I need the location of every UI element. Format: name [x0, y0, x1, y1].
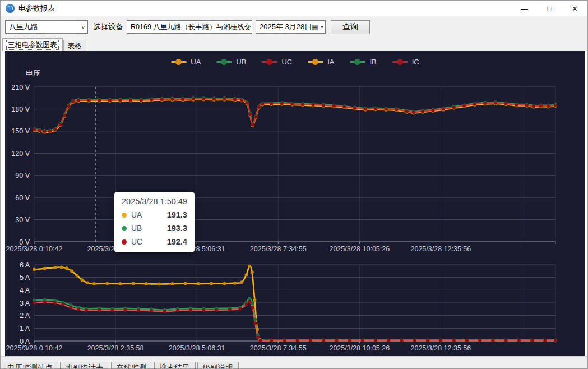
tooltip-timestamp: 2025/3/28 1:50:49 — [122, 197, 187, 206]
svg-text:6 A: 6 A — [20, 261, 30, 269]
legend-item-ic[interactable]: IC — [392, 58, 419, 66]
svg-text:2025/3/28 5:06:31: 2025/3/28 5:06:31 — [169, 344, 225, 352]
legend-item-ua[interactable]: UA — [171, 58, 201, 66]
background-tab[interactable]: 电压监测站点 — [2, 362, 58, 369]
svg-text:30 V: 30 V — [15, 216, 30, 224]
svg-text:1 A: 1 A — [20, 325, 30, 333]
legend-dot-icon — [266, 59, 272, 65]
legend-label: UA — [191, 58, 201, 66]
series-dot-icon — [122, 226, 127, 231]
tooltip-series-label: UA — [131, 210, 142, 219]
svg-text:2025/3/28 10:05:26: 2025/3/28 10:05:26 — [329, 344, 390, 352]
chart-tooltip: 2025/3/28 1:50:49 UA 191.3 UB 193.3 UC 1… — [114, 192, 195, 252]
legend-line-icon — [171, 61, 187, 63]
svg-text:120 V: 120 V — [11, 150, 30, 158]
device-select-value: R0169 八里九路（长丰路）与湘桂线交 — [131, 22, 251, 32]
calendar-icon[interactable]: ▦ — [312, 23, 318, 31]
legend-item-uc[interactable]: UC — [262, 58, 292, 66]
tooltip-series-value: 191.3 — [156, 210, 187, 219]
tab-label: 三相电参数图表 — [7, 40, 58, 49]
legend-label: IA — [327, 58, 334, 66]
svg-text:2025/3/28 10:05:26: 2025/3/28 10:05:26 — [329, 245, 390, 253]
svg-text:2 A: 2 A — [20, 312, 30, 320]
tooltip-row-uc: UC 192.4 — [122, 237, 187, 246]
tooltip-series-label: UC — [131, 237, 142, 246]
tooltip-series-value: 193.3 — [156, 224, 187, 233]
legend-dot-icon — [354, 59, 360, 65]
background-tab[interactable]: 级别说明 — [197, 362, 239, 369]
svg-text:2025/3/28 7:34:55: 2025/3/28 7:34:55 — [250, 245, 307, 253]
app-window: 电参数报表 — □ ✕ 八里九路 ∨ 选择设备 R0169 八里九路（长丰路）与… — [0, 0, 588, 369]
legend-line-icon — [216, 61, 232, 63]
background-tab[interactable]: 班别统计表 — [60, 362, 109, 369]
svg-text:150 V: 150 V — [11, 127, 30, 135]
chevron-down-icon: ∨ — [251, 24, 252, 30]
legend-item-ia[interactable]: IA — [308, 58, 334, 66]
legend-label: UB — [236, 58, 246, 66]
svg-text:2025/3/28 0:10:42: 2025/3/28 0:10:42 — [6, 245, 63, 253]
svg-text:4 A: 4 A — [20, 287, 30, 294]
svg-text:3 A: 3 A — [20, 299, 30, 307]
svg-text:180 V: 180 V — [11, 105, 30, 113]
legend-line-icon — [392, 61, 408, 63]
svg-text:5 A: 5 A — [20, 274, 30, 282]
background-window-tabs: 电压监测站点班别统计表在线监测搜索结果级别说明 — [1, 356, 587, 369]
legend-line-icon — [308, 61, 323, 63]
legend-label: IB — [369, 58, 376, 66]
close-button[interactable]: ✕ — [562, 1, 587, 16]
voltage-axis-title: 电压 — [26, 68, 40, 79]
voltage-chart[interactable]: 210 V180 V150 V120 V90 V60 V30 V0 V2025/… — [5, 78, 585, 257]
series-dot-icon — [122, 213, 127, 218]
line-select-value: 八里九路 — [9, 22, 38, 32]
tab-phase-chart[interactable]: 三相电参数图表 — [2, 38, 63, 51]
legend-item-ib[interactable]: IB — [350, 58, 376, 66]
legend-label: UC — [281, 58, 292, 66]
chevron-down-icon: ∨ — [79, 24, 85, 30]
legend-label: IC — [412, 58, 419, 66]
tooltip-row-ua: UA 191.3 — [122, 210, 187, 219]
query-button[interactable]: 查询 — [331, 20, 370, 34]
svg-text:2025/3/28 12:35:56: 2025/3/28 12:35:56 — [411, 245, 471, 253]
svg-text:2025/3/28 0:10:42: 2025/3/28 0:10:42 — [6, 344, 63, 352]
background-tab[interactable]: 在线监测 — [111, 362, 152, 369]
svg-text:210 V: 210 V — [11, 84, 30, 91]
svg-text:90 V: 90 V — [15, 172, 30, 179]
background-tab[interactable]: 搜索结果 — [154, 362, 196, 369]
tab-label: 表格 — [68, 42, 82, 50]
legend-dot-icon — [397, 59, 403, 65]
date-picker-value: 2025年 3月28日 — [260, 22, 312, 32]
toolbar: 八里九路 ∨ 选择设备 R0169 八里九路（长丰路）与湘桂线交 ∨ 2025年… — [1, 16, 587, 38]
chart-legend: UAUBUCIAIBIC — [5, 58, 585, 66]
title-bar: 电参数报表 — □ ✕ — [1, 1, 587, 16]
svg-text:2025/3/28 2:35:58: 2025/3/28 2:35:58 — [87, 344, 144, 352]
svg-text:2025/3/28 7:34:55: 2025/3/28 7:34:55 — [250, 344, 307, 352]
tooltip-row-ub: UB 193.3 — [122, 224, 187, 233]
legend-line-icon — [350, 61, 365, 63]
date-picker[interactable]: 2025年 3月28日 ▦ ▼ — [256, 20, 326, 34]
window-controls: — □ ✕ — [512, 1, 587, 16]
series-dot-icon — [122, 239, 127, 245]
tooltip-series-label: UB — [131, 224, 142, 233]
legend-dot-icon — [221, 59, 227, 65]
minimize-button[interactable]: — — [512, 1, 537, 16]
legend-line-icon — [262, 61, 277, 63]
maximize-button[interactable]: □ — [537, 1, 562, 16]
window-title: 电参数报表 — [18, 3, 55, 13]
dropdown-arrow-icon[interactable]: ▼ — [320, 25, 325, 30]
line-select[interactable]: 八里九路 ∨ — [5, 20, 88, 34]
app-icon — [6, 4, 15, 13]
legend-dot-icon — [312, 59, 318, 65]
chart-panel: UAUBUCIAIBIC 电压 210 V180 V150 V120 V90 V… — [5, 51, 585, 356]
tab-strip: 三相电参数图表表格 — [1, 38, 587, 51]
current-chart[interactable]: 6 A5 A4 A3 A2 A1 A0 A2025/3/28 0:10:4220… — [5, 257, 585, 354]
tab-table[interactable]: 表格 — [63, 40, 86, 51]
tooltip-series-value: 192.4 — [156, 237, 187, 246]
device-select[interactable]: R0169 八里九路（长丰路）与湘桂线交 ∨ — [127, 20, 252, 34]
svg-text:60 V: 60 V — [15, 194, 30, 202]
device-label: 选择设备 — [93, 22, 123, 32]
svg-text:2025/3/28 12:35:56: 2025/3/28 12:35:56 — [411, 344, 471, 352]
legend-item-ub[interactable]: UB — [216, 58, 246, 66]
legend-dot-icon — [175, 59, 182, 65]
